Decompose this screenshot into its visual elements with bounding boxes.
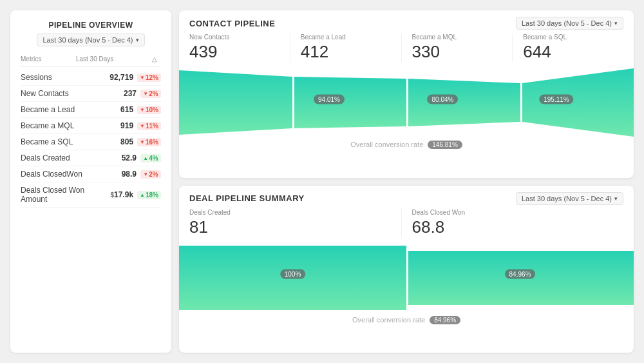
metric-col-label: Deals Closed Won [412,209,614,216]
metric-col-value: 81 [189,217,391,237]
chevron-down-icon: ▾ [136,37,139,43]
metric-col-value: 439 [189,42,279,62]
metric-col: Deals Created 81 [189,209,402,237]
deal-pipeline-date-filter[interactable]: Last 30 days (Nov 5 - Dec 4) ▾ [516,192,623,205]
metric-col-label: Became a MQL [412,34,502,41]
metric-col-value: 68.8 [412,217,614,237]
metric-row: Deals Closed Won Amount $17.9k ▲18% [21,182,161,208]
metric-badge: ▲18% [137,191,161,199]
deal-funnel-svg [179,242,634,313]
metric-value: 92,719 [98,73,133,82]
chevron-down-icon: ▾ [614,20,618,26]
contact-pipeline-title: CONTACT PIPELINE [189,19,275,28]
metric-badge: ▼2% [140,90,161,98]
metric-badge: ▲4% [140,154,161,162]
metric-row: New Contacts 237 ▼2% [21,86,161,102]
metric-col: Became a MQL 330 [412,34,513,62]
contact-overall-rate: 146.81% [428,141,462,149]
metric-value: 98.9 [101,170,137,179]
metric-name: Became a Lead [21,105,98,114]
deal-overall-conversion: Overall conversion rate 84.96% [179,313,634,328]
metric-value: $17.9k [98,190,133,199]
metric-name: Became a MQL [21,121,98,130]
conversion-rate-3: 195.11% [539,94,573,104]
deal-pipeline-title: DEAL PIPELINE SUMMARY [189,193,305,203]
metric-row: Became a Lead 615 ▼10% [21,102,161,118]
metric-badge: ▼11% [137,122,161,130]
deal-pipeline-card: DEAL PIPELINE SUMMARY Last 30 days (Nov … [179,186,634,353]
contact-overall-conversion: Overall conversion rate 146.81% [179,138,634,152]
metric-row: Became a MQL 919 ▼11% [21,118,161,134]
deal-conversion-rate-2: 84.96% [505,270,536,279]
contact-metrics-row: New Contacts 439 Became a Lead 412 Becam… [179,34,634,67]
metric-name: Sessions [21,73,98,82]
contact-funnel-chart: 94.01% 80.04% 195.11% [179,67,634,138]
metric-value: 919 [98,121,133,130]
metric-row: Deals ClosedWon 98.9 ▼2% [21,166,161,182]
chevron-down-icon: ▾ [614,195,618,202]
metric-value: 615 [98,105,133,114]
deal-metrics-row: Deals Created 81 Deals Closed Won 68.8 [179,209,634,242]
deal-overall-rate: 84.96% [430,316,460,324]
metric-badge: ▼16% [137,138,161,146]
left-panel: PIPELINE OVERVIEW Last 30 days (Nov 5 - … [10,10,171,353]
metric-row: Became a SQL 805 ▼16% [21,134,161,150]
contact-pipeline-date-filter[interactable]: Last 30 days (Nov 5 - Dec 4) ▾ [516,17,623,30]
metrics-header: Metrics Last 30 Days △ [21,55,161,67]
metric-col-value: 412 [301,42,391,62]
deal-pipeline-header: DEAL PIPELINE SUMMARY Last 30 days (Nov … [179,186,634,209]
deal-conversion-rate-1: 100% [280,270,306,279]
metric-col: Deals Closed Won 68.8 [412,209,624,237]
conversion-rate-1: 94.01% [314,94,345,104]
metric-col: New Contacts 439 [189,34,290,62]
metric-col-value: 330 [412,42,502,62]
contact-pipeline-card: CONTACT PIPELINE Last 30 days (Nov 5 - D… [179,10,634,178]
metrics-table: Metrics Last 30 Days △ Sessions 92,719 ▼… [21,55,161,208]
metric-col-value: 644 [523,42,613,62]
metric-row: Deals Created 52.9 ▲4% [21,150,161,166]
metric-value: 805 [98,137,133,146]
right-panel: CONTACT PIPELINE Last 30 days (Nov 5 - D… [179,10,634,353]
metric-badge: ▼12% [137,74,161,82]
metric-value: 52.9 [101,153,137,162]
metric-badge: ▼2% [140,170,161,179]
metric-col: Became a Lead 412 [301,34,402,62]
metric-col-label: Became a SQL [523,34,613,41]
metric-badge: ▼10% [137,106,161,114]
left-date-filter[interactable]: Last 30 days (Nov 5 - Dec 4) ▾ [37,34,144,46]
metric-row: Sessions 92,719 ▼12% [21,70,161,86]
dashboard: PIPELINE OVERVIEW Last 30 days (Nov 5 - … [0,0,644,363]
metric-col: Became a SQL 644 [523,34,623,62]
metric-name: Deals ClosedWon [21,170,101,179]
metrics-rows: Sessions 92,719 ▼12% New Contacts 237 ▼2… [21,70,161,208]
deal-funnel-chart: 100% 84.96% [179,242,634,313]
metric-name: New Contacts [21,89,101,98]
metric-col-label: New Contacts [189,34,279,41]
metric-name: Deals Created [21,153,101,162]
contact-pipeline-header: CONTACT PIPELINE Last 30 days (Nov 5 - D… [179,10,634,34]
pipeline-overview-title: PIPELINE OVERVIEW [21,21,161,30]
metric-value: 237 [101,89,137,98]
metric-col-label: Became a Lead [301,34,391,41]
metric-name: Deals Closed Won Amount [21,186,98,204]
metric-col-label: Deals Created [189,209,391,216]
metric-name: Became a SQL [21,137,98,146]
conversion-rate-2: 80.04% [428,94,459,104]
